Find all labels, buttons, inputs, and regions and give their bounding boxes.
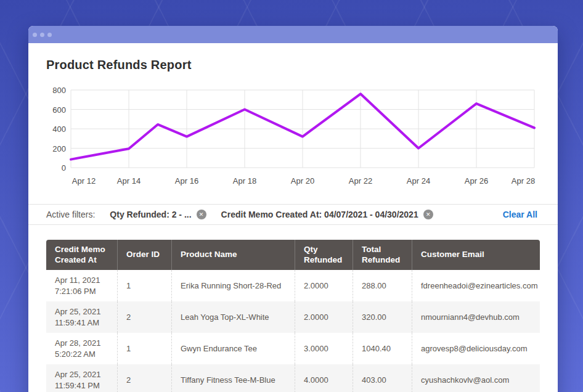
table-header: Credit Memo Created At Order ID Product … [46,240,540,270]
page-title: Product Refunds Report [46,58,540,72]
cell-customer-email: fdreenheadoi@ezinearticles.com [412,270,540,301]
cell-created-at: Apr 28, 20215:20:22 AM [46,333,117,364]
cell-qty-refunded: 3.0000 [295,333,353,364]
svg-text:Apr 22: Apr 22 [349,176,372,186]
cell-qty-refunded: 2.0000 [295,301,353,333]
filter-chip-text: Qty Refunded: 2 - ... [110,210,191,219]
cell-customer-email: nmourniann4@devhub.com [412,301,540,333]
cell-total-refunded: 288.00 [353,270,412,301]
line-chart-svg: 0200400600800Apr 12Apr 14Apr 16Apr 18Apr… [46,84,552,190]
svg-text:600: 600 [52,105,66,115]
column-header-total-refunded[interactable]: Total Refunded [353,240,412,270]
svg-text:400: 400 [52,125,66,134]
filter-chip-credit-memo-date: Credit Memo Created At: 04/07/2021 - 04/… [221,210,433,219]
cell-qty-refunded: 2.0000 [295,270,353,301]
svg-text:200: 200 [52,144,66,153]
window-control-dot-2[interactable] [40,33,44,37]
clear-all-filters-link[interactable]: Clear All [503,210,537,219]
svg-text:Apr 26: Apr 26 [465,176,488,186]
cell-customer-email: cyushachkovlv@aol.com [412,364,540,392]
svg-text:800: 800 [52,86,66,95]
cell-total-refunded: 403.00 [353,364,412,392]
cell-product-name: Gwyn Endurance Tee [171,333,295,364]
cell-order-id: 1 [117,270,171,301]
column-header-credit-memo-created-at[interactable]: Credit Memo Created At [46,240,117,270]
refunds-table: Credit Memo Created At Order ID Product … [46,240,540,392]
svg-text:Apr 14: Apr 14 [117,176,141,186]
active-filters-label: Active filters: [46,210,95,219]
table-row: Apr 11, 20217:21:06 PM 1 Erika Running S… [46,270,540,301]
cell-total-refunded: 320.00 [353,301,412,333]
table-row: Apr 25, 202111:59:41 PM 2 Tiffany Fitnes… [46,364,540,392]
cell-product-name: Tiffany Fitness Tee-M-Blue [171,364,295,392]
cell-customer-email: agrovesp8@deliciousday.com [412,333,540,364]
table-row: Apr 25, 202111:59:41 AM 2 Leah Yoga Top-… [46,301,540,333]
svg-text:Apr 24: Apr 24 [407,176,430,186]
svg-text:Apr 20: Apr 20 [291,176,314,186]
report-content: Product Refunds Report 0200400600800Apr … [28,58,558,392]
svg-text:Apr 28: Apr 28 [512,176,535,186]
svg-text:Apr 18: Apr 18 [233,176,256,186]
cell-product-name: Erika Running Short-28-Red [171,270,295,301]
window-titlebar [28,26,558,43]
cell-order-id: 1 [117,333,171,364]
cell-created-at: Apr 25, 202111:59:41 PM [46,364,117,392]
active-filters-bar: Active filters: Qty Refunded: 2 - ... ✕ … [28,204,558,225]
report-window: Product Refunds Report 0200400600800Apr … [28,26,558,392]
column-header-product-name[interactable]: Product Name [171,240,295,270]
cell-qty-refunded: 4.0000 [295,364,353,392]
svg-text:0: 0 [62,163,66,173]
table-row: Apr 28, 20215:20:22 AM 1 Gwyn Endurance … [46,333,540,364]
cell-total-refunded: 1040.40 [353,333,412,364]
svg-text:Apr 12: Apr 12 [72,176,96,186]
window-control-dot-3[interactable] [47,33,52,37]
window-control-dot-1[interactable] [33,33,37,37]
column-header-customer-email[interactable]: Customer Email [412,240,540,270]
refunds-line-chart: 0200400600800Apr 12Apr 14Apr 16Apr 18Apr… [46,84,558,190]
column-header-order-id[interactable]: Order ID [117,240,171,270]
svg-text:Apr 16: Apr 16 [175,176,198,186]
filter-chip-text: Credit Memo Created At: 04/07/2021 - 04/… [221,210,418,219]
cell-created-at: Apr 11, 20217:21:06 PM [46,270,117,301]
remove-filter-icon[interactable]: ✕ [197,210,206,219]
cell-order-id: 2 [117,364,171,392]
cell-order-id: 2 [117,301,171,333]
column-header-qty-refunded[interactable]: Qty Refunded [295,240,353,270]
cell-created-at: Apr 25, 202111:59:41 AM [46,301,117,333]
cell-product-name: Leah Yoga Top-XL-White [171,301,295,333]
remove-filter-icon[interactable]: ✕ [423,210,433,219]
filter-chip-qty-refunded: Qty Refunded: 2 - ... ✕ [110,210,206,219]
